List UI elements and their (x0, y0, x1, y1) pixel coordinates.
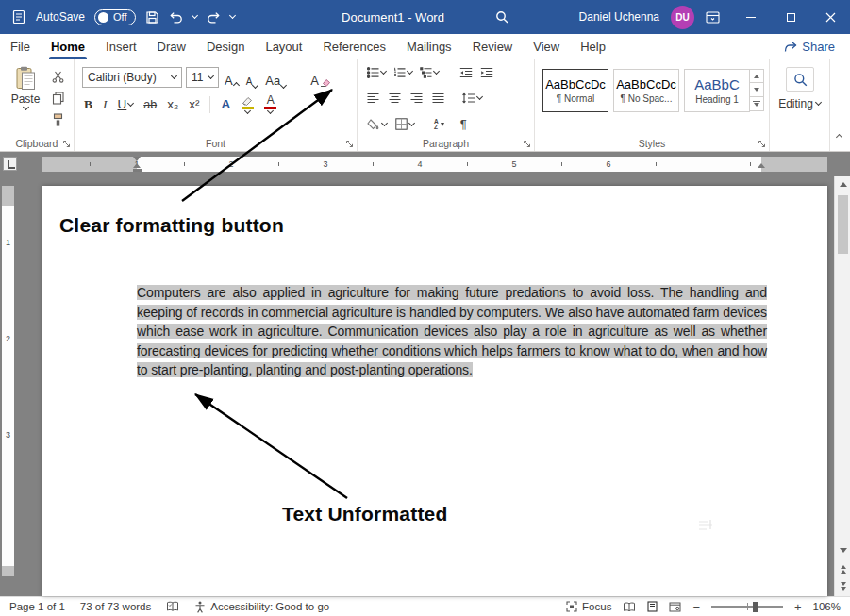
highlight-color-button[interactable] (241, 96, 254, 113)
word-app-icon[interactable] (11, 9, 26, 25)
scrollbar-thumb[interactable] (838, 195, 848, 254)
zoom-slider-thumb[interactable] (753, 602, 758, 612)
align-right-button[interactable] (410, 92, 423, 104)
style-heading-1[interactable]: AaBbC Heading 1 (684, 69, 750, 112)
first-line-indent-marker[interactable] (133, 157, 141, 161)
left-indent-marker[interactable] (133, 169, 142, 173)
save-icon[interactable] (145, 10, 159, 25)
tab-review[interactable]: Review (462, 34, 524, 59)
proofing-status[interactable] (166, 601, 179, 612)
clipboard-dialog-launcher-icon[interactable] (62, 140, 71, 148)
decrease-indent-button[interactable] (459, 67, 473, 78)
find-button[interactable] (786, 67, 814, 92)
strikethrough-button[interactable]: ab (143, 98, 157, 111)
format-painter-icon[interactable] (49, 112, 66, 127)
shading-button[interactable] (367, 119, 387, 130)
text-effects-button[interactable]: A (221, 97, 230, 111)
font-name-combo[interactable]: Calibri (Body) (82, 67, 182, 88)
accessibility-status[interactable]: Accessibility: Good to go (194, 601, 329, 613)
word-count[interactable]: 73 of 73 words (80, 601, 151, 612)
superscript-button[interactable]: x² (189, 97, 199, 111)
underline-button[interactable]: U (118, 97, 134, 111)
align-left-button[interactable] (367, 92, 379, 104)
user-name[interactable]: Daniel Uchenna (579, 10, 659, 24)
copy-icon[interactable] (49, 91, 66, 106)
web-layout-button[interactable] (669, 602, 681, 612)
share-button[interactable]: Share (784, 34, 850, 59)
style-gallery-more-button[interactable] (749, 97, 764, 111)
zoom-level[interactable]: 106% (813, 601, 841, 612)
tab-references[interactable]: References (312, 34, 395, 59)
tab-mailings[interactable]: Mailings (396, 34, 462, 59)
tab-home[interactable]: Home (41, 34, 95, 59)
justify-button[interactable] (432, 92, 444, 104)
styles-dialog-launcher-icon[interactable] (758, 140, 766, 148)
right-indent-marker[interactable] (758, 163, 765, 168)
page-indicator[interactable]: Page 1 of 1 (9, 601, 65, 612)
borders-button[interactable] (395, 118, 414, 130)
style-normal[interactable]: AaBbCcDc ¶ Normal (542, 69, 608, 112)
selected-text[interactable]: Computers are also applied in agricultur… (137, 285, 767, 377)
previous-page-button[interactable] (835, 561, 850, 577)
undo-icon[interactable] (169, 11, 183, 24)
horizontal-ruler[interactable]: 1 2 3 4 5 6 (42, 157, 827, 172)
zoom-out-button[interactable]: − (692, 600, 700, 614)
numbering-button[interactable] (393, 67, 412, 78)
ribbon-display-options-icon[interactable] (706, 11, 720, 24)
tab-insert[interactable]: Insert (95, 34, 147, 59)
tab-layout[interactable]: Layout (255, 34, 312, 59)
italic-button[interactable]: I (103, 97, 108, 112)
cut-icon[interactable] (49, 69, 66, 84)
focus-button[interactable]: Focus (566, 601, 611, 612)
close-button[interactable] (810, 0, 850, 34)
search-icon[interactable] (495, 10, 508, 24)
font-color-button[interactable]: A (264, 95, 276, 113)
bold-button[interactable]: B (84, 97, 92, 112)
tab-view[interactable]: View (523, 34, 570, 59)
line-spacing-button[interactable] (461, 92, 482, 104)
redo-icon[interactable] (207, 11, 221, 24)
bullets-button[interactable] (367, 67, 386, 78)
tab-design[interactable]: Design (196, 34, 255, 59)
editing-dropdown[interactable]: Editing (770, 97, 829, 110)
align-center-button[interactable] (389, 92, 401, 104)
grow-font-button[interactable]: A (223, 67, 241, 88)
document-paragraph[interactable]: Computers are also applied in agricultur… (137, 283, 767, 380)
vertical-ruler[interactable]: 1 2 3 (2, 186, 14, 576)
hanging-indent-marker[interactable] (133, 163, 141, 168)
zoom-slider[interactable] (711, 606, 783, 608)
scroll-up-button[interactable] (835, 176, 850, 192)
paste-button[interactable]: Paste (7, 66, 44, 109)
tab-help[interactable]: Help (570, 34, 616, 59)
zoom-in-button[interactable]: + (794, 600, 802, 614)
customize-toolbar-chevron-icon[interactable] (228, 12, 235, 19)
undo-dropdown-chevron-icon[interactable] (191, 12, 197, 19)
paragraph-dialog-launcher-icon[interactable] (523, 140, 531, 148)
style-scroll-down-button[interactable] (749, 83, 764, 97)
tab-stop-selector[interactable] (3, 157, 17, 171)
collapse-ribbon-button[interactable] (837, 126, 842, 143)
tab-file[interactable]: File (0, 34, 41, 59)
vertical-scrollbar[interactable] (834, 176, 850, 596)
sort-button[interactable]: A Z (434, 119, 444, 130)
change-case-button[interactable]: Aa (263, 67, 288, 88)
document-page[interactable]: Computers are also applied in agricultur… (42, 186, 827, 596)
next-page-button[interactable] (835, 578, 850, 594)
read-mode-button[interactable] (623, 602, 636, 612)
style-no-spacing[interactable]: AaBbCcDc ¶ No Spac... (613, 69, 679, 112)
style-scroll-up-button[interactable] (749, 69, 764, 83)
minimize-button[interactable] (731, 0, 771, 34)
multilevel-list-button[interactable] (420, 67, 439, 78)
scroll-down-button[interactable] (835, 542, 850, 558)
avatar[interactable]: DU (671, 6, 694, 29)
font-dialog-launcher-icon[interactable] (345, 140, 354, 148)
tab-draw[interactable]: Draw (147, 34, 196, 59)
print-layout-button[interactable] (647, 601, 658, 612)
autosave-toggle[interactable]: Off (94, 9, 135, 25)
font-size-combo[interactable]: 11 (186, 67, 219, 88)
clear-formatting-button[interactable]: A (308, 67, 332, 88)
maximize-button[interactable] (771, 0, 810, 34)
increase-indent-button[interactable] (480, 67, 493, 78)
show-paragraph-marks-button[interactable]: ¶ (460, 117, 467, 131)
shrink-font-button[interactable]: A (244, 67, 260, 88)
